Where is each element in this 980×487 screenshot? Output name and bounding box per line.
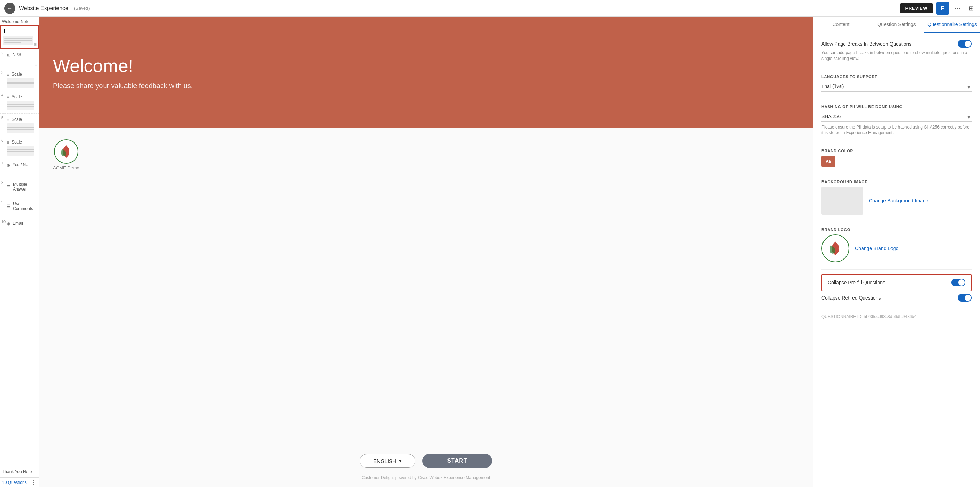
sidebar-item-4[interactable]: 4 ≡ Scale (0, 91, 39, 114)
language-arrow: ▾ (399, 458, 402, 464)
sidebar-count-bar: 10 Questions ⋮ (0, 477, 39, 487)
sidebar-item-6[interactable]: 6 ≡ Scale (0, 136, 39, 159)
sidebar-item-2[interactable]: 2 ⊞ NPS ⊞ (0, 49, 39, 68)
sidebar-item-7[interactable]: 7 ◉ Yes / No (0, 159, 39, 178)
sidebar-item-1[interactable]: 1 ⊞ (0, 25, 39, 49)
questionnaire-id-text: QUESTIONNAIRE ID: 5f736dcd93c8db6dfc9486… (821, 314, 916, 319)
brand-color-box[interactable]: Aa (821, 156, 835, 167)
background-image-section: BACKGROUND IMAGE Change Background Image (821, 180, 972, 214)
scale-icon-6: ≡ (7, 140, 10, 145)
item-num-5: 5 (2, 116, 3, 120)
preview-card: Welcome! Please share your valuable feed… (39, 17, 813, 487)
brand-logo-title: BRAND LOGO (821, 227, 972, 232)
questionnaire-id-value: 5f736dcd93c8db6dfc9486b4 (864, 314, 916, 319)
nps-label: NPS (13, 52, 21, 57)
scale-label-3: Scale (11, 72, 22, 77)
multiple-icon: ☰ (7, 185, 11, 189)
hashing-select-wrapper: SHA 256 (821, 111, 972, 122)
hashing-desc: Please ensure the PII data is setup to b… (821, 124, 972, 136)
right-panel: Content Question Settings Questionnaire … (813, 17, 980, 487)
brand-logo-circle (821, 235, 849, 262)
scale-thumb-3 (7, 78, 34, 88)
email-icon: ◉ (7, 221, 10, 226)
item-thumb-1 (3, 35, 33, 45)
background-image-title: BACKGROUND IMAGE (821, 180, 972, 184)
usercomments-label: User Comments (13, 201, 37, 211)
acme-logo-svg (58, 143, 75, 160)
item-num-3: 3 (2, 70, 3, 75)
page-breaks-row: Allow Page Breaks In Between Questions (821, 40, 972, 48)
hashing-select[interactable]: SHA 256 (821, 111, 972, 122)
scale-thumb-6 (7, 146, 34, 156)
bg-image-thumbnail (821, 187, 863, 214)
item-num-8: 8 (2, 181, 3, 185)
languages-title: LANGUAGES TO SUPPORT (821, 75, 972, 79)
item-1-icon: ⊞ (33, 42, 37, 47)
welcome-heading: Welcome! (53, 56, 193, 76)
sidebar-item-9[interactable]: 9 ☰ User Comments (0, 198, 39, 217)
collapse-retired-toggle[interactable] (958, 294, 972, 302)
monitor-button[interactable]: 🖥 (936, 2, 949, 14)
collapse-prefill-section: Collapse Pre-fill Questions (821, 274, 972, 291)
start-button[interactable]: START (422, 454, 492, 468)
language-select[interactable]: Thai (ไทย) English (821, 81, 972, 92)
sidebar-thankyou[interactable]: Thank You Note (0, 465, 39, 477)
scale-label-5: Scale (11, 117, 22, 122)
collapse-prefill-toggle[interactable] (951, 279, 966, 286)
welcome-subtitle: Please share your valuable feedback with… (53, 82, 193, 90)
item-num-4: 4 (2, 93, 3, 97)
menu-dots-button[interactable]: ⋯ (953, 3, 963, 14)
preview-button[interactable]: PREVIEW (900, 3, 933, 13)
change-logo-link[interactable]: Change Brand Logo (855, 246, 899, 251)
scale-icon-5: ≡ (7, 117, 10, 122)
page-breaks-label: Allow Page Breaks In Between Questions (821, 41, 912, 47)
questions-count: 10 Questions (2, 480, 27, 485)
count-menu-icon[interactable]: ⋮ (31, 479, 37, 485)
grid-button[interactable]: ⊞ (966, 3, 976, 14)
brand-logo-section: BRAND LOGO Change Brand Logo (821, 227, 972, 262)
multiple-label: Multiple Answer (13, 182, 37, 192)
main-layout: Welcome Note 1 ⊞ 2 ⊞ NPS ⊞ 3 (0, 17, 980, 487)
hashing-section: HASHING OF PII WILL BE DONE USING SHA 25… (821, 105, 972, 136)
sidebar-item-10[interactable]: 10 ◉ Email (0, 217, 39, 237)
change-background-link[interactable]: Change Background Image (869, 198, 928, 203)
preview-footer-area: ENGLISH ▾ START Customer Delight powered… (39, 447, 813, 487)
sidebar-item-8[interactable]: 8 ☰ Multiple Answer (0, 178, 39, 198)
tab-content[interactable]: Content (813, 17, 869, 33)
acme-label: ACME Demo (53, 165, 80, 170)
item-num-10: 10 (2, 219, 6, 224)
preview-banner: Welcome! Please share your valuable feed… (39, 17, 813, 128)
item-num-2: 2 (2, 51, 3, 55)
item-num-1: 1 (3, 29, 6, 35)
page-breaks-desc: You can add page breaks in between quest… (821, 50, 972, 62)
scale-icon-3: ≡ (7, 72, 10, 77)
powered-text: Customer Delight powered by Cisco Webex … (362, 475, 490, 480)
scale-label-4: Scale (11, 94, 22, 99)
usercomments-icon: ☰ (7, 204, 11, 209)
yesno-icon: ◉ (7, 163, 10, 168)
tab-question-settings[interactable]: Question Settings (869, 17, 924, 33)
questionnaire-id-section: QUESTIONNAIRE ID: 5f736dcd93c8db6dfc9486… (821, 313, 972, 319)
thank-you-label: Thank You Note (2, 469, 32, 474)
collapse-retired-label: Collapse Retired Questions (821, 295, 881, 301)
sidebar-item-3[interactable]: 3 ≡ Scale (0, 68, 39, 91)
scale-thumb-4 (7, 101, 34, 110)
collapse-prefill-row: Collapse Pre-fill Questions (828, 279, 966, 286)
item-num-9: 9 (2, 200, 3, 204)
back-button[interactable]: ← (4, 3, 15, 14)
brand-logo-container: Change Brand Logo (821, 235, 972, 262)
language-button[interactable]: ENGLISH ▾ (360, 454, 415, 468)
sidebar-welcome-header: Welcome Note (0, 17, 39, 25)
saved-label: (Saved) (74, 6, 90, 11)
item-num-7: 7 (2, 161, 3, 165)
yesno-label: Yes / No (13, 162, 28, 167)
sidebar-item-5[interactable]: 5 ≡ Scale (0, 114, 39, 136)
page-breaks-toggle[interactable] (958, 40, 972, 48)
scale-thumb-5 (7, 123, 34, 133)
language-select-wrapper: Thai (ไทย) English (821, 81, 972, 92)
preview-logo-area: ACME Demo (39, 128, 813, 170)
email-label: Email (13, 221, 23, 226)
brand-color-label: Aa (826, 159, 831, 164)
right-tabs: Content Question Settings Questionnaire … (813, 17, 980, 33)
tab-questionnaire-settings[interactable]: Questionnaire Settings (924, 17, 980, 33)
